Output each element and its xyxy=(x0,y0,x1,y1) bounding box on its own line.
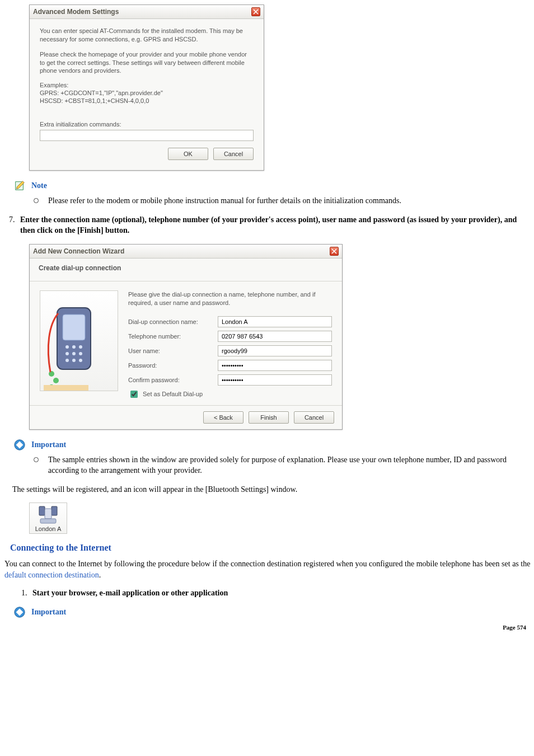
extra-commands-label: Extra initialization commands: xyxy=(40,121,254,128)
example-line: HSCSD: +CBST=81,0,1;+CHSN-4,0,0,0 xyxy=(40,97,254,104)
step-7-text: Enter the connection name (optional), te… xyxy=(20,215,517,235)
svg-point-6 xyxy=(72,352,76,355)
confirm-password-label: Confirm password: xyxy=(128,377,218,383)
svg-point-7 xyxy=(79,352,82,355)
important-callout: Important xyxy=(13,606,532,618)
dialog-paragraph: You can enter special AT-Commands for th… xyxy=(40,27,254,44)
svg-point-4 xyxy=(79,345,82,349)
examples-label: Examples: xyxy=(40,82,254,88)
step-1-text: Start your browser, e-mail application o… xyxy=(32,589,228,597)
important-label: Important xyxy=(31,440,66,449)
connect-paragraph: You can connect to the Internet by follo… xyxy=(4,558,532,580)
important-bullet: The sample entries shown in the window a… xyxy=(34,454,532,476)
username-label: User name: xyxy=(128,348,218,354)
section-heading: Connecting to the Internet xyxy=(10,543,532,553)
bluetooth-settings-icon: London A xyxy=(29,503,67,534)
note-callout: Note xyxy=(13,180,532,192)
svg-rect-1 xyxy=(63,314,85,340)
extra-commands-input[interactable] xyxy=(40,130,254,141)
finish-button[interactable]: Finish xyxy=(249,411,289,424)
close-icon[interactable] xyxy=(251,7,260,16)
advanced-modem-settings-dialog: Advanced Modem Settings You can enter sp… xyxy=(29,4,264,171)
step-1: Start your browser, e-mail application o… xyxy=(29,588,532,599)
dialog-titlebar: Advanced Modem Settings xyxy=(30,5,264,19)
default-dialup-checkbox[interactable] xyxy=(130,391,138,398)
wizard-illustration xyxy=(40,290,118,391)
registered-paragraph: The settings will be registered, and an … xyxy=(12,484,532,495)
svg-point-9 xyxy=(72,359,76,362)
password-label: Password: xyxy=(128,362,218,369)
password-input[interactable] xyxy=(218,360,332,371)
wizard-subtitle: Create dial-up connection xyxy=(30,259,342,281)
conn-name-input[interactable] xyxy=(218,316,332,327)
close-icon[interactable] xyxy=(330,247,339,256)
conn-name-label: Dial-up connection name: xyxy=(128,318,218,325)
bt-icon-label: London A xyxy=(31,525,65,532)
note-bullet: Please refer to the modem or mobile phon… xyxy=(34,195,532,206)
add-new-connection-wizard-dialog: Add New Connection Wizard Create dial-up… xyxy=(29,244,343,430)
svg-rect-14 xyxy=(44,385,88,391)
note-label: Note xyxy=(31,181,47,190)
default-dialup-label: Set as Default Dial-up xyxy=(143,391,203,397)
dialog-title: Add New Connection Wizard xyxy=(33,247,124,255)
connect-text-post: . xyxy=(99,571,101,579)
telephone-input[interactable] xyxy=(218,331,332,342)
example-line: GPRS: +CGDCONT=1,"IP","apn.provider.de" xyxy=(40,90,254,96)
svg-point-2 xyxy=(65,345,69,349)
step-7: Enter the connection name (optional), te… xyxy=(17,214,532,236)
important-callout: Important xyxy=(13,439,532,451)
dialog-title: Advanced Modem Settings xyxy=(33,8,119,16)
connect-text: You can connect to the Internet by follo… xyxy=(4,560,530,568)
dialog-titlebar: Add New Connection Wizard xyxy=(30,245,342,259)
svg-point-8 xyxy=(65,359,69,362)
device-icon xyxy=(31,505,65,525)
back-button[interactable]: < Back xyxy=(203,411,243,424)
svg-point-10 xyxy=(79,359,82,362)
important-label: Important xyxy=(31,608,66,617)
username-input[interactable] xyxy=(218,345,332,356)
svg-point-12 xyxy=(53,378,59,383)
dialog-paragraph: Please check the homepage of your provid… xyxy=(40,50,254,76)
svg-rect-20 xyxy=(40,519,56,523)
important-icon xyxy=(13,606,26,618)
important-icon xyxy=(13,439,26,451)
cancel-button[interactable]: Cancel xyxy=(294,411,334,424)
svg-point-3 xyxy=(72,345,76,349)
ok-button[interactable]: OK xyxy=(168,148,208,160)
svg-rect-19 xyxy=(45,509,51,519)
confirm-password-input[interactable] xyxy=(218,374,332,386)
cancel-button[interactable]: Cancel xyxy=(213,148,254,160)
wizard-intro-text: Please give the dial-up connection a nam… xyxy=(128,290,332,307)
svg-rect-18 xyxy=(51,506,57,515)
telephone-label: Telephone number: xyxy=(128,333,218,340)
svg-point-5 xyxy=(65,352,69,355)
page-footer: Page 574 xyxy=(2,622,532,634)
svg-rect-17 xyxy=(39,506,45,515)
default-connection-link[interactable]: default connection destination xyxy=(4,571,99,579)
note-icon xyxy=(13,180,26,192)
